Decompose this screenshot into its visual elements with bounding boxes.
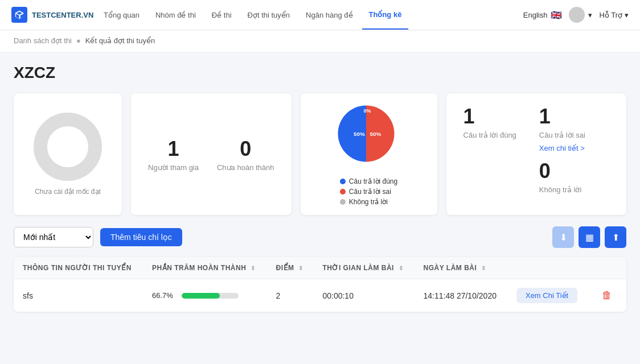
sort-duration-icon: ⇕ <box>399 265 404 271</box>
col-completion-label: PHẦN TRĂM HOÀN THÀNH <box>152 264 246 272</box>
progress-track <box>182 293 239 299</box>
legend-unanswered: Không trả lời <box>340 198 397 206</box>
incorrect-num: 1 <box>539 105 585 129</box>
logo-text: TESTCENTER.VN <box>32 11 93 19</box>
legend-unanswered-label: Không trả lời <box>349 198 388 206</box>
download-button[interactable]: ⬇ <box>552 226 574 248</box>
legend-incorrect: Câu trả lời sai <box>340 188 397 196</box>
incorrect-block: 1 Câu trả lời sai Xem chi tiết > <box>539 105 585 152</box>
pct-label: 66.7% <box>152 291 176 300</box>
correct-num: 1 <box>463 105 516 129</box>
sort-select[interactable]: Mới nhất Cũ nhất <box>14 227 93 247</box>
col-candidate-info: THÔNG TIN NGƯỜI THI TUYỂN <box>14 257 143 279</box>
legend-correct-label: Câu trả lời đúng <box>349 177 397 185</box>
filter-right-actions: ⬇ ▦ ⬆ <box>552 226 626 248</box>
candidate-date: 14:11:48 27/10/2020 <box>415 279 507 312</box>
correct-label: Câu trả lời đúng <box>463 131 516 139</box>
table-icon: ▦ <box>585 232 594 243</box>
svg-text:0%: 0% <box>363 108 371 114</box>
milestone-chart <box>34 113 102 181</box>
col-delete <box>588 257 626 279</box>
user-avatar <box>569 7 585 23</box>
breadcrumb-separator: ● <box>76 36 81 45</box>
sort-date-icon: ⇕ <box>481 265 486 271</box>
candidate-name: sfs <box>14 279 143 312</box>
candidate-completion: 66.7% <box>143 279 267 312</box>
nav-dot-thi-tuyen[interactable]: Đợt thi tuyển <box>241 0 297 30</box>
col-completion[interactable]: PHẦN TRĂM HOÀN THÀNH ⇕ <box>143 257 267 279</box>
legend-correct: Câu trả lời đúng <box>340 177 397 185</box>
col-duration-label: THỜI GIAN LÀM BÀI <box>322 264 394 272</box>
milestone-card: Chưa cài đặt mốc đạt <box>14 93 122 215</box>
progress-bar-wrap: 66.7% <box>152 291 258 300</box>
nav-de-thi[interactable]: Đề thi <box>205 0 239 30</box>
add-filter-button[interactable]: Thêm tiêu chí lọc <box>100 228 182 246</box>
main-content: XZCZ Chưa cài đặt mốc đạt 1 Người tham g… <box>0 52 640 323</box>
pie-chart: 50% 50% 0% <box>335 102 403 171</box>
col-actions <box>507 257 588 279</box>
sort-completion-icon: ⇕ <box>251 265 256 271</box>
participants-block: 1 Người tham gia <box>148 137 199 172</box>
col-score[interactable]: ĐIỂM ⇕ <box>267 257 314 279</box>
nav-nhom-de-thi[interactable]: Nhóm đề thi <box>149 0 203 30</box>
caret-down-icon: ▾ <box>588 11 592 19</box>
stats-row: Chưa cài đặt mốc đạt 1 Người tham gia 0 … <box>14 93 626 215</box>
filter-row: Mới nhất Cũ nhất Thêm tiêu chí lọc ⬇ ▦ ⬆ <box>14 226 626 248</box>
language-selector[interactable]: English 🇬🇧 <box>523 10 563 20</box>
col-score-label: ĐIỂM <box>276 264 294 272</box>
incomplete-num: 0 <box>217 137 274 161</box>
delete-button[interactable]: 🗑 <box>597 287 617 304</box>
view-detail-link[interactable]: Xem chi tiết > <box>539 144 585 152</box>
unanswered-block: 0 Không trả lời <box>539 159 585 194</box>
support-label: Hỗ Trợ <box>599 11 622 19</box>
incomplete-block: 0 Chưa hoàn thành <box>217 137 274 172</box>
header: TESTCENTER.VN Tổng quan Nhóm đề thi Đề t… <box>0 0 640 30</box>
upload-button[interactable]: ⬆ <box>605 226 626 248</box>
correct-block: 1 Câu trả lời đúng <box>463 105 516 139</box>
table-body: sfs 66.7% 2 00:00:10 14:11:48 27/10/2020 <box>14 279 626 312</box>
col-date-label: NGÀY LÀM BÀI <box>424 264 477 272</box>
upload-icon: ⬆ <box>612 232 620 243</box>
view-detail-button[interactable]: Xem Chi Tiết <box>516 288 577 303</box>
participants-label: Người tham gia <box>148 163 199 172</box>
legend-incorrect-label: Câu trả lời sai <box>349 188 391 196</box>
candidate-delete-cell: 🗑 <box>588 279 626 312</box>
candidate-score: 2 <box>267 279 314 312</box>
participants-card: 1 Người tham gia 0 Chưa hoàn thành <box>131 93 292 215</box>
header-right: English 🇬🇧 ▾ Hỗ Trợ ▾ <box>523 7 629 23</box>
col-candidate-label: THÔNG TIN NGƯỜI THI TUYỂN <box>23 264 132 272</box>
nav-tong-quan[interactable]: Tổng quan <box>97 0 146 30</box>
svg-text:50%: 50% <box>370 131 381 137</box>
breadcrumb-parent[interactable]: Danh sách đợt thi <box>14 36 72 45</box>
answer-stats-card: 1 Câu trả lời đúng 1 Câu trả lời sai Xem… <box>446 93 626 215</box>
logo-icon <box>11 7 27 23</box>
logo[interactable]: TESTCENTER.VN <box>11 7 97 23</box>
milestone-label: Chưa cài đặt mốc đạt <box>35 188 101 196</box>
page-title: XZCZ <box>14 64 626 82</box>
svg-text:50%: 50% <box>354 131 365 137</box>
table-row: sfs 66.7% 2 00:00:10 14:11:48 27/10/2020 <box>14 279 626 312</box>
candidate-detail-cell: Xem Chi Tiết <box>507 279 588 312</box>
user-button[interactable]: ▾ <box>569 7 592 23</box>
col-date[interactable]: NGÀY LÀM BÀI ⇕ <box>415 257 507 279</box>
nav-ngan-hang-de[interactable]: Ngân hàng đề <box>299 0 359 30</box>
table-view-button[interactable]: ▦ <box>579 226 600 248</box>
progress-fill <box>182 293 220 299</box>
col-duration[interactable]: THỜI GIAN LÀM BÀI ⇕ <box>313 257 414 279</box>
pie-legend: Câu trả lời đúng Câu trả lời sai Không t… <box>340 177 397 206</box>
legend-incorrect-dot <box>340 189 346 195</box>
legend-unanswered-dot <box>340 199 346 205</box>
lang-label: English <box>523 11 548 19</box>
candidate-duration: 00:00:10 <box>313 279 414 312</box>
incorrect-label: Câu trả lời sai <box>539 131 585 139</box>
unanswered-num: 0 <box>539 159 585 183</box>
flag-icon: 🇬🇧 <box>551 10 562 20</box>
breadcrumb-current: Kết quả đợt thi tuyển <box>85 36 155 45</box>
delete-icon: 🗑 <box>602 289 612 301</box>
incomplete-label: Chưa hoàn thành <box>217 163 274 172</box>
legend-correct-dot <box>340 179 346 184</box>
nav-thong-ke[interactable]: Thống kê <box>362 0 409 30</box>
sort-score-icon: ⇕ <box>298 265 303 271</box>
main-nav: Tổng quan Nhóm đề thi Đề thi Đợt thi tuy… <box>97 0 523 30</box>
support-button[interactable]: Hỗ Trợ ▾ <box>599 11 629 19</box>
